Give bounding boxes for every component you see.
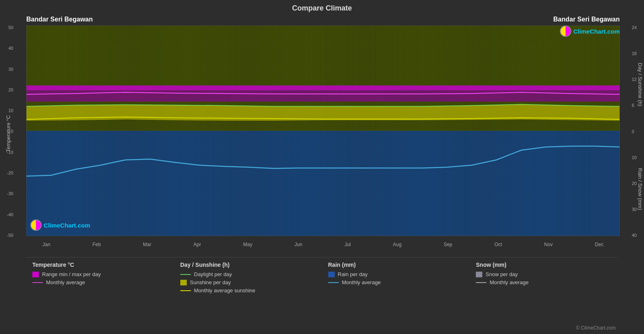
- tick-20: 20: [7, 88, 13, 92]
- month-sep: Sep: [443, 242, 452, 247]
- month-jun: Jun: [294, 242, 302, 247]
- tick-30: 30: [7, 67, 13, 72]
- legend-daylight: Daylight per day: [180, 271, 316, 277]
- snow-day-label: Snow per day: [486, 271, 518, 277]
- month-feb: Feb: [93, 242, 101, 247]
- tick-10: 10: [7, 108, 13, 113]
- tick-n20: -20: [7, 171, 13, 175]
- legend-temperature: Temperature °C Range min / max per day M…: [26, 262, 174, 296]
- svg-rect-27: [26, 131, 620, 236]
- daylight-line-swatch: [180, 274, 191, 275]
- tick-40: 40: [7, 46, 13, 51]
- rtick-24: 24: [632, 26, 637, 30]
- snow-monthly-label: Monthly average: [490, 279, 528, 285]
- right-axis-label-rain: Rain / Snow (mm): [637, 168, 643, 210]
- temp-monthly-label: Monthly average: [46, 279, 85, 285]
- right-axis-label-sunshine: Day / Sunshine (h): [637, 63, 643, 106]
- legend-temp-range: Range min / max per day: [32, 271, 168, 277]
- daylight-label: Daylight per day: [194, 271, 232, 277]
- rtick-40: 40: [632, 233, 637, 238]
- legend-sunshine-monthly: Monthly average sunshine: [180, 287, 316, 294]
- rtick-20: 20: [632, 181, 637, 186]
- tick-n10: -10: [7, 150, 13, 155]
- rtick-12: 12: [632, 77, 637, 82]
- sunshine-day-label: Sunshine per day: [190, 279, 231, 285]
- copyright: © ClimeChart.com: [576, 325, 616, 331]
- legend-rain: Rain (mm) Rain per day Monthly average: [322, 262, 470, 296]
- chart-svg: [26, 26, 620, 236]
- logo-circle-icon-bottom: [30, 219, 42, 231]
- rain-day-swatch: [328, 272, 335, 277]
- right-axis-ticks: 24 18 12 6 0 10 20 30 40: [632, 26, 637, 238]
- logo-top-right: ClimeChart.com: [560, 26, 620, 37]
- legend-snow-title: Snow (mm): [476, 262, 612, 268]
- legend-temp-monthly: Monthly average: [32, 279, 168, 285]
- logo-text: ClimeChart.com: [573, 28, 620, 35]
- tick-n40: -40: [7, 213, 13, 217]
- temp-range-label: Range min / max per day: [42, 271, 101, 277]
- snow-monthly-line-swatch: [476, 282, 486, 283]
- month-mar: Mar: [143, 242, 152, 247]
- month-aug: Aug: [393, 242, 401, 247]
- legend-snow: Snow (mm) Snow per day Monthly average: [470, 262, 618, 296]
- month-labels: Jan Feb Mar Apr May Jun Jul Aug Sep Oct …: [26, 242, 620, 247]
- rtick-0: 0: [632, 130, 637, 134]
- tick-50: 50: [7, 26, 13, 30]
- tick-n50: -50: [7, 233, 13, 238]
- legend-sunshine: Day / Sunshine (h) Daylight per day Suns…: [174, 262, 322, 296]
- logo-text-bottom: ClimeChart.com: [44, 222, 90, 229]
- sunshine-monthly-label: Monthly average sunshine: [194, 287, 255, 294]
- rain-day-label: Rain per day: [338, 271, 368, 277]
- legend-rain-monthly: Monthly average: [328, 279, 464, 285]
- month-dec: Dec: [595, 242, 604, 247]
- temp-monthly-line-swatch: [32, 282, 43, 283]
- rain-monthly-line-swatch: [328, 282, 339, 283]
- rtick-10: 10: [632, 155, 637, 160]
- page-container: Compare Climate Temperature °C Day / Sun…: [0, 0, 644, 334]
- tick-0: 0: [7, 129, 13, 134]
- legend-rain-title: Rain (mm): [328, 262, 464, 268]
- logo-bottom-left: ClimeChart.com: [30, 219, 90, 231]
- month-apr: Apr: [194, 242, 201, 247]
- legend-snow-monthly: Monthly average: [476, 279, 612, 285]
- svg-rect-32: [26, 85, 620, 90]
- month-oct: Oct: [494, 242, 502, 247]
- left-axis-ticks: 50 40 30 20 10 0 -10 -20 -30 -40 -50: [7, 26, 13, 238]
- temp-range-swatch: [32, 272, 39, 277]
- month-may: May: [243, 242, 253, 247]
- logo-circle-icon: [560, 26, 571, 37]
- tick-n30: -30: [7, 191, 13, 196]
- legend-snow-day: Snow per day: [476, 271, 612, 277]
- sunshine-day-swatch: [180, 280, 187, 285]
- legend-sunshine-day: Sunshine per day: [180, 279, 316, 285]
- page-title: Compare Climate: [0, 0, 644, 14]
- legend-area: Temperature °C Range min / max per day M…: [26, 257, 618, 296]
- legend-sunshine-title: Day / Sunshine (h): [180, 262, 316, 268]
- rtick-18: 18: [632, 51, 637, 56]
- rtick-30: 30: [632, 207, 637, 212]
- month-jan: Jan: [42, 242, 50, 247]
- city-label-right: Bandar Seri Begawan: [553, 16, 620, 23]
- rtick-6: 6: [632, 103, 637, 108]
- legend-temp-title: Temperature °C: [32, 262, 168, 268]
- city-label-left: Bandar Seri Begawan: [26, 16, 93, 23]
- month-jul: Jul: [344, 242, 351, 247]
- legend-rain-day: Rain per day: [328, 271, 464, 277]
- rain-monthly-label: Monthly average: [342, 279, 381, 285]
- snow-day-swatch: [476, 272, 482, 277]
- sunshine-monthly-line-swatch: [180, 290, 191, 291]
- month-nov: Nov: [544, 242, 553, 247]
